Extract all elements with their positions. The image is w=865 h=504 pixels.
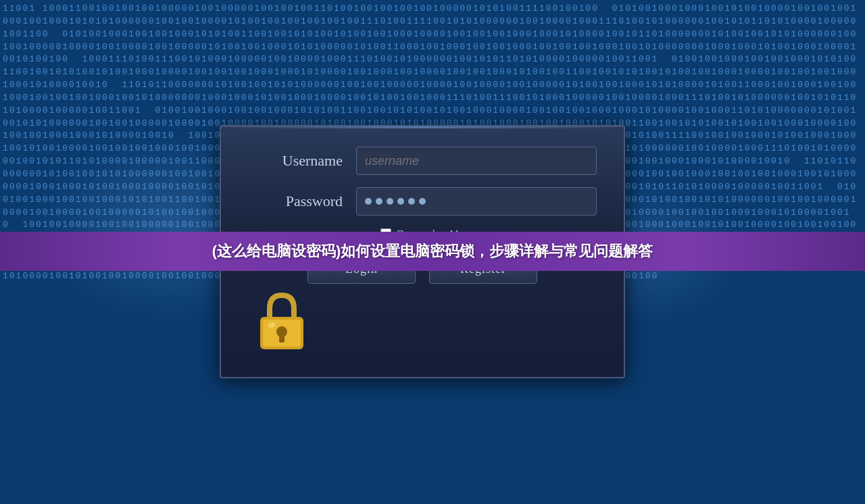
username-label: Username [248,152,356,170]
lock-icon-area [255,290,309,357]
username-input[interactable] [356,147,597,175]
password-dot-1 [365,198,372,205]
password-dot-6 [419,198,426,205]
purple-banner: (这么给电脑设密码)如何设置电脑密码锁，步骤详解与常见问题解答 [0,232,865,271]
lock-icon [255,290,309,354]
password-row: Password [248,187,597,216]
password-dot-4 [397,198,404,205]
banner-text: (这么给电脑设密码)如何设置电脑密码锁，步骤详解与常见问题解答 [212,241,653,261]
password-dots-area [356,187,597,216]
password-label: Password [248,193,356,210]
svg-rect-3 [279,334,285,343]
password-dot-3 [387,198,393,205]
password-dot-2 [376,198,382,205]
username-row: Username [248,147,597,175]
password-dot-5 [408,198,415,205]
